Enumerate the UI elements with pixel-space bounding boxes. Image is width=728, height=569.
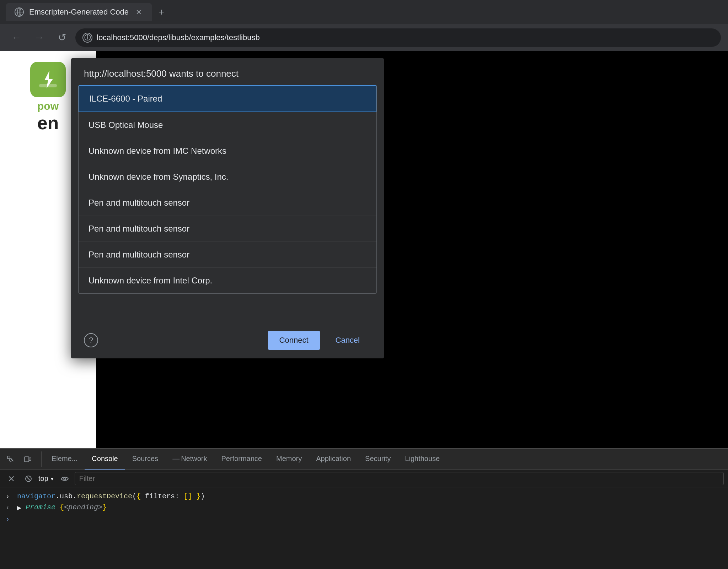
device-item-label-4: Pen and multitouch sensor [89, 198, 189, 207]
devtools-tabs: Eleme... Console Sources — Network Perfo… [0, 449, 728, 470]
tab-elements-label: Eleme... [52, 455, 77, 463]
tab-lighthouse[interactable]: Lighthouse [398, 449, 447, 470]
console-output-arrow: ‹ [6, 504, 13, 511]
forward-button[interactable]: → [30, 28, 48, 47]
device-item-2[interactable]: Unknown device from IMC Networks [79, 138, 376, 164]
dialog-footer: ? Connect Cancel [71, 322, 384, 358]
console-output-triangle: ▶ [17, 503, 21, 512]
device-item-1[interactable]: USB Optical Mouse [79, 112, 376, 138]
console-input-arrow: › [6, 493, 13, 500]
device-item-3[interactable]: Unknown device from Synaptics, Inc. [79, 164, 376, 190]
tab-title: Emscripten-Generated Code [29, 7, 129, 17]
tab-security[interactable]: Security [358, 449, 398, 470]
device-item-label-1: USB Optical Mouse [89, 120, 163, 130]
device-item-label-3: Unknown device from Synaptics, Inc. [89, 172, 229, 181]
devtools-console: › navigator.usb.requestDevice({ filters:… [0, 488, 728, 569]
tab-application-label: Application [316, 455, 351, 463]
page-title-green: pow [37, 100, 59, 112]
tab-sources[interactable]: Sources [125, 449, 165, 470]
svg-rect-6 [7, 456, 10, 459]
cancel-button[interactable]: Cancel [324, 331, 371, 350]
back-button[interactable]: ← [7, 28, 26, 47]
devtools-panel: Eleme... Console Sources — Network Perfo… [0, 448, 728, 569]
lightning-icon [37, 69, 59, 90]
tab-network-label: — [172, 455, 180, 463]
tab-security-label: Security [365, 455, 391, 463]
devtools-device-icon[interactable] [20, 451, 36, 467]
block-icon[interactable] [21, 472, 36, 486]
tab-bar: Emscripten-Generated Code ✕ + [0, 0, 728, 24]
active-tab[interactable]: Emscripten-Generated Code ✕ [6, 3, 152, 21]
top-context-label: top [38, 475, 48, 483]
top-context-dropdown[interactable]: top ▼ [38, 475, 55, 483]
devtools-inspect-icon[interactable] [3, 451, 18, 467]
dialog-actions: Connect Cancel [268, 331, 371, 350]
tab-console[interactable]: Console [85, 449, 125, 470]
svg-rect-5 [39, 84, 57, 87]
tab-lighthouse-label: Lighthouse [405, 455, 440, 463]
console-input-text: navigator.usb.requestDevice({ filters: [… [17, 492, 205, 500]
console-output-text: Promise {<pending>} [26, 503, 107, 511]
device-item-7[interactable]: Unknown device from Intel Corp. [79, 268, 376, 293]
usb-dialog: http://localhost:5000 wants to connect I… [71, 58, 384, 358]
address-info-icon: ⓘ [82, 33, 92, 43]
tab-application[interactable]: Application [309, 449, 358, 470]
console-line-2: ‹ ▶ Promise {<pending>} [6, 503, 722, 512]
tab-console-label: Console [92, 455, 118, 463]
new-tab-button[interactable]: + [154, 4, 169, 20]
address-text: localhost:5000/deps/libusb/examples/test… [97, 33, 260, 42]
svg-point-11 [64, 478, 66, 480]
tab-network[interactable]: — Network [165, 449, 214, 470]
clear-console-icon[interactable] [4, 472, 18, 486]
console-empty-arrow: › [6, 516, 13, 523]
page-app-icon [30, 62, 66, 97]
filter-input[interactable] [75, 472, 724, 485]
page-title-dark: en [37, 112, 59, 134]
device-item-0[interactable]: ILCE-6600 - Paired [79, 85, 376, 112]
console-line-1: › navigator.usb.requestDevice({ filters:… [6, 492, 722, 500]
device-item-label-0: ILCE-6600 - Paired [89, 94, 162, 103]
eye-icon[interactable] [58, 472, 72, 486]
console-line-3: › [6, 515, 722, 523]
svg-rect-9 [29, 458, 31, 461]
address-bar[interactable]: ⓘ localhost:5000/deps/libusb/examples/te… [75, 28, 721, 47]
devtools-tab-icons [3, 451, 42, 467]
svg-rect-8 [25, 457, 29, 462]
dialog-header: http://localhost:5000 wants to connect [71, 58, 384, 85]
tab-favicon-icon [14, 7, 24, 17]
nav-bar: ← → ↺ ⓘ localhost:5000/deps/libusb/examp… [0, 24, 728, 51]
tab-elements[interactable]: Eleme... [44, 449, 85, 470]
tab-performance-label: Performance [221, 455, 262, 463]
device-item-6[interactable]: Pen and multitouch sensor [79, 242, 376, 268]
device-item-label-5: Pen and multitouch sensor [89, 224, 189, 233]
page-area: pow en http://localhost:5000 wants to co… [0, 51, 728, 448]
connect-button[interactable]: Connect [268, 331, 320, 350]
device-item-label-7: Unknown device from Intel Corp. [89, 276, 212, 285]
device-item-4[interactable]: Pen and multitouch sensor [79, 190, 376, 216]
reload-button[interactable]: ↺ [53, 28, 71, 47]
tab-performance[interactable]: Performance [214, 449, 269, 470]
tab-network-text: Network [181, 455, 207, 463]
dialog-empty-space [71, 294, 384, 322]
device-item-label-6: Pen and multitouch sensor [89, 250, 189, 259]
device-item-5[interactable]: Pen and multitouch sensor [79, 216, 376, 242]
device-list: ILCE-6600 - Paired USB Optical Mouse Unk… [78, 85, 377, 294]
tab-close-button[interactable]: ✕ [134, 7, 144, 17]
browser-chrome: Emscripten-Generated Code ✕ + ← → ↺ ⓘ lo… [0, 0, 728, 51]
devtools-toolbar: top ▼ [0, 470, 728, 488]
tab-memory[interactable]: Memory [269, 449, 309, 470]
dialog-help-icon[interactable]: ? [84, 333, 98, 347]
tab-memory-label: Memory [276, 455, 302, 463]
device-item-label-2: Unknown device from IMC Networks [89, 146, 226, 156]
tab-sources-label: Sources [132, 455, 158, 463]
dropdown-arrow-icon: ▼ [50, 476, 55, 482]
dialog-title: http://localhost:5000 wants to connect [84, 68, 239, 79]
